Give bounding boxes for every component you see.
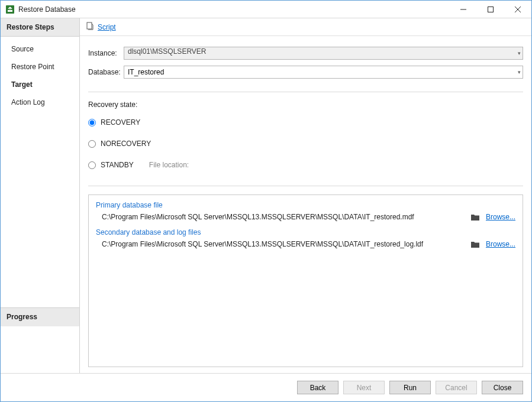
steps-header: Restore Steps bbox=[1, 18, 79, 37]
radio-standby-input[interactable] bbox=[88, 161, 96, 169]
main-panel: Script Instance: dlsql01\MSSQLSERVER ▾ D… bbox=[80, 18, 531, 373]
restore-database-window: Restore Database Restore Steps Source Re… bbox=[0, 0, 532, 402]
run-button[interactable]: Run bbox=[389, 381, 431, 394]
file-location-label: File location: bbox=[149, 161, 189, 169]
step-source[interactable]: Source bbox=[1, 40, 79, 58]
secondary-file-row: C:\Program Files\Microsoft SQL Server\MS… bbox=[96, 240, 515, 248]
script-icon bbox=[86, 22, 94, 32]
radio-recovery-input[interactable] bbox=[88, 119, 96, 127]
step-action-log[interactable]: Action Log bbox=[1, 93, 79, 111]
progress-header: Progress bbox=[1, 307, 79, 326]
close-window-button[interactable] bbox=[504, 1, 531, 18]
window-title: Restore Database bbox=[18, 5, 76, 14]
primary-file-header: Primary database file bbox=[96, 201, 515, 209]
database-label: Database: bbox=[88, 68, 124, 76]
radio-standby-label: STANDBY bbox=[101, 161, 134, 169]
radio-recovery-label: RECOVERY bbox=[101, 118, 140, 127]
close-button[interactable]: Close bbox=[482, 381, 523, 394]
radio-recovery[interactable]: RECOVERY bbox=[88, 118, 523, 127]
toolbar: Script bbox=[80, 18, 531, 36]
radio-norecovery[interactable]: NORECOVERY bbox=[88, 140, 523, 148]
folder-icon bbox=[470, 241, 480, 248]
radio-norecovery-label: NORECOVERY bbox=[101, 140, 151, 148]
browse-secondary-link[interactable]: Browse... bbox=[486, 240, 515, 248]
step-restore-point[interactable]: Restore Point bbox=[1, 58, 79, 76]
minimize-button[interactable] bbox=[450, 1, 477, 18]
files-panel: Primary database file C:\Program Files\M… bbox=[88, 194, 523, 367]
browse-primary-link[interactable]: Browse... bbox=[486, 213, 515, 221]
instance-label: Instance: bbox=[88, 49, 124, 57]
secondary-file-header: Secondary database and log files bbox=[96, 228, 515, 236]
radio-norecovery-input[interactable] bbox=[88, 140, 96, 148]
step-target[interactable]: Target bbox=[1, 76, 79, 93]
database-input[interactable] bbox=[124, 66, 523, 79]
folder-icon bbox=[470, 213, 480, 221]
titlebar: Restore Database bbox=[1, 1, 531, 18]
maximize-button[interactable] bbox=[477, 1, 504, 18]
sidebar: Restore Steps Source Restore Point Targe… bbox=[1, 18, 80, 373]
progress-body bbox=[1, 326, 79, 373]
svg-rect-3 bbox=[488, 7, 494, 12]
radio-standby[interactable]: STANDBY File location: bbox=[88, 161, 523, 169]
app-icon bbox=[5, 5, 15, 14]
instance-dropdown[interactable]: dlsql01\MSSQLSERVER bbox=[124, 47, 523, 60]
svg-rect-1 bbox=[8, 10, 12, 12]
separator bbox=[88, 92, 523, 92]
primary-file-row: C:\Program Files\Microsoft SQL Server\MS… bbox=[96, 213, 515, 221]
next-button: Next bbox=[343, 381, 385, 394]
svg-rect-6 bbox=[87, 22, 92, 29]
cancel-button: Cancel bbox=[436, 381, 477, 394]
primary-file-path: C:\Program Files\Microsoft SQL Server\MS… bbox=[96, 213, 465, 221]
footer: Back Next Run Cancel Close bbox=[1, 373, 531, 401]
script-link[interactable]: Script bbox=[98, 23, 116, 31]
back-button[interactable]: Back bbox=[297, 381, 338, 394]
steps-list: Source Restore Point Target Action Log bbox=[1, 37, 79, 307]
secondary-file-path: C:\Program Files\Microsoft SQL Server\MS… bbox=[96, 240, 465, 248]
separator bbox=[88, 186, 523, 186]
recovery-state-label: Recovery state: bbox=[88, 100, 523, 109]
